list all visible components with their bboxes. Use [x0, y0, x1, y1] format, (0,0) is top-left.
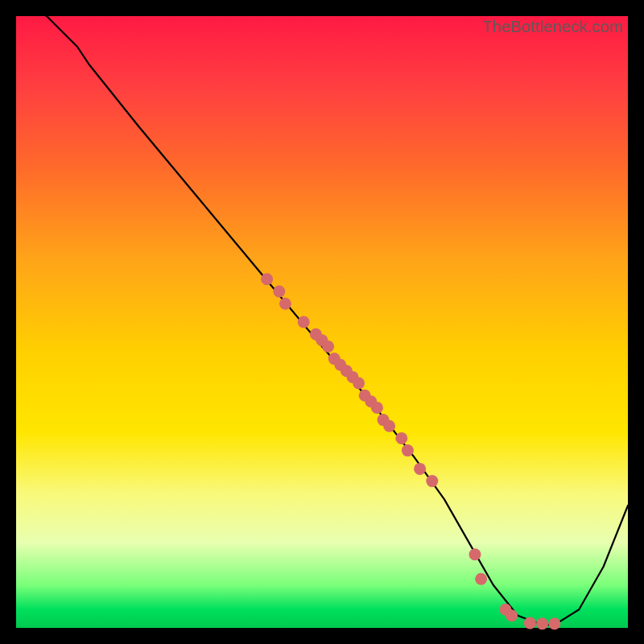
main-curve	[16, 0, 628, 625]
data-point	[273, 286, 285, 298]
data-point	[506, 609, 518, 621]
data-point	[469, 548, 481, 560]
data-point	[298, 316, 310, 328]
plot-area: TheBottleneck.com	[16, 16, 628, 628]
chart-svg	[16, 16, 628, 628]
chart-frame: TheBottleneck.com	[0, 0, 644, 644]
data-point	[371, 402, 383, 414]
data-point	[414, 463, 426, 475]
data-point	[524, 617, 536, 629]
data-point	[353, 378, 365, 390]
data-point	[536, 617, 548, 630]
scatter-points	[261, 273, 560, 630]
data-point	[548, 617, 560, 630]
data-point	[383, 420, 395, 432]
data-point	[402, 444, 414, 456]
data-point	[322, 341, 334, 353]
data-point	[475, 573, 487, 585]
data-point	[395, 432, 407, 444]
data-point	[261, 273, 273, 285]
data-point	[426, 475, 438, 487]
data-point	[279, 298, 291, 310]
